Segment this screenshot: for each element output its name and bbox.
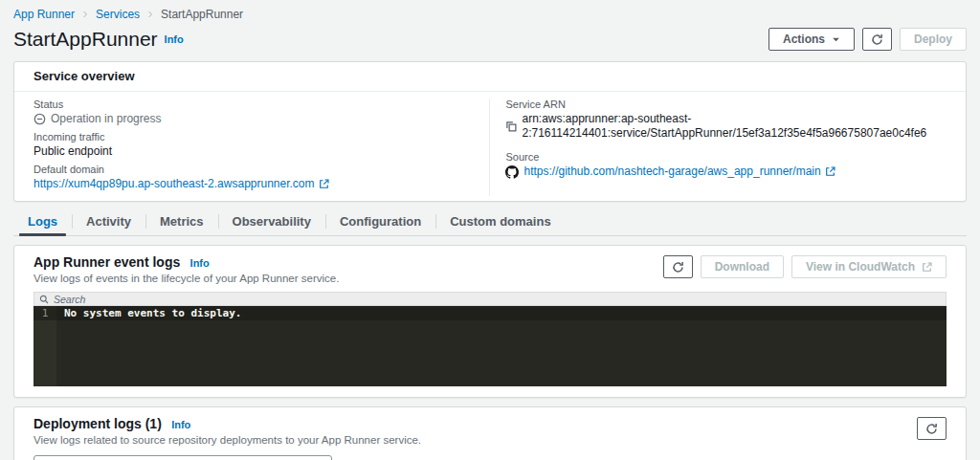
service-overview-panel: Service overview Status Operation in pro…	[13, 61, 967, 202]
refresh-icon	[871, 33, 883, 46]
github-icon	[505, 165, 519, 179]
page-title: StartAppRunner	[13, 28, 158, 51]
event-logs-info-link[interactable]: Info	[190, 257, 210, 269]
caret-down-icon	[832, 35, 840, 44]
in-progress-icon	[33, 113, 46, 125]
external-link-icon	[825, 166, 835, 177]
incoming-traffic-label: Incoming traffic	[33, 131, 489, 143]
source-repository-link[interactable]: https://github.com/nashtech-garage/aws_a…	[523, 164, 835, 179]
deployment-logs-panel: Deployment logs (1) Info View logs relat…	[13, 406, 967, 460]
deployment-logs-title: Deployment logs (1)	[33, 416, 162, 431]
app-runner-service-page: App Runner Services StartAppRunner Start…	[0, 0, 980, 460]
service-overview-body: Status Operation in progress Incoming tr…	[14, 92, 966, 201]
tab-custom-domains[interactable]: Custom domains	[435, 209, 565, 235]
refresh-button[interactable]	[862, 28, 892, 51]
event-logs-title: App Runner event logs	[33, 254, 180, 270]
incoming-traffic-value: Public endpoint	[33, 144, 112, 159]
filter-operations-box	[33, 455, 332, 460]
status-label: Status	[33, 99, 489, 111]
log-search-bar	[33, 292, 947, 306]
incoming-traffic-field: Incoming traffic Public endpoint	[33, 131, 489, 159]
service-arn-field: Service ARN arn:aws:apprunner:ap-southea…	[505, 99, 947, 141]
download-button[interactable]: Download	[701, 255, 784, 278]
deployment-logs-info-link[interactable]: Info	[171, 419, 190, 430]
breadcrumb-app-runner[interactable]: App Runner	[13, 8, 75, 21]
default-domain-label: Default domain	[33, 164, 489, 176]
event-logs-description: View logs of events in the lifecycle of …	[33, 273, 339, 285]
log-search-input[interactable]	[54, 293, 941, 305]
page-header: StartAppRunner Info Actions Deploy	[13, 26, 967, 53]
service-tabs: Logs Activity Metrics Observability Conf…	[13, 209, 967, 236]
default-domain-url: https://xum4qp89pu.ap-southeast-2.awsapp…	[33, 177, 315, 191]
page-title-info-link[interactable]: Info	[165, 33, 184, 45]
editor-active-line: 1 No system events to display.	[33, 306, 947, 320]
download-button-label: Download	[715, 260, 769, 274]
deployment-logs-refresh-button[interactable]	[917, 417, 947, 440]
editor-message: No system events to display.	[56, 306, 241, 320]
line-number: 1	[33, 306, 56, 320]
external-link-icon	[922, 262, 932, 273]
actions-button[interactable]: Actions	[768, 28, 855, 51]
external-link-icon	[319, 179, 329, 189]
source-repository-url: https://github.com/nashtech-garage/aws_a…	[523, 164, 820, 179]
copy-icon[interactable]	[505, 120, 517, 132]
source-field: Source https://github.com/nashtech-garag…	[505, 151, 947, 179]
deploy-button[interactable]: Deploy	[900, 28, 967, 51]
service-overview-left-column: Status Operation in progress Incoming tr…	[33, 99, 489, 196]
tab-configuration[interactable]: Configuration	[325, 209, 435, 235]
breadcrumb-services[interactable]: Services	[96, 8, 140, 21]
service-overview-title: Service overview	[14, 62, 966, 92]
deployment-logs-toolbar: 1	[14, 449, 966, 460]
event-logs-refresh-button[interactable]	[663, 255, 693, 278]
deployment-logs-header: Deployment logs (1) Info View logs relat…	[33, 416, 421, 447]
tab-observability[interactable]: Observability	[218, 209, 325, 235]
refresh-icon	[672, 261, 684, 274]
tab-metrics[interactable]: Metrics	[145, 209, 218, 235]
service-overview-right-column: Service ARN arn:aws:apprunner:ap-southea…	[490, 99, 947, 196]
chevron-right-icon	[81, 11, 89, 18]
chevron-right-icon	[146, 11, 154, 18]
status-value: Operation in progress	[51, 112, 161, 126]
event-log-editor[interactable]: 1 No system events to display.	[33, 306, 947, 386]
deployment-logs-description: View logs related to source repository d…	[33, 434, 421, 447]
event-logs-panel: App Runner event logs Info View logs of …	[13, 245, 967, 398]
cloudwatch-button-label: View in CloudWatch	[806, 260, 915, 274]
view-in-cloudwatch-button[interactable]: View in CloudWatch	[791, 255, 947, 278]
refresh-icon	[925, 423, 938, 435]
service-arn-label: Service ARN	[505, 99, 947, 111]
event-logs-header: App Runner event logs Info View logs of …	[33, 254, 339, 285]
search-icon	[39, 295, 49, 304]
default-domain-field: Default domain https://xum4qp89pu.ap-sou…	[33, 164, 489, 191]
actions-button-label: Actions	[783, 33, 825, 46]
header-actions: Actions Deploy	[768, 28, 967, 51]
event-logs-actions: Download View in CloudWatch	[663, 254, 947, 278]
service-arn-value: arn:aws:apprunner:ap-southeast-2:7161142…	[522, 112, 947, 141]
breadcrumb: App Runner Services StartAppRunner	[13, 8, 967, 21]
tab-activity[interactable]: Activity	[72, 209, 145, 235]
breadcrumb-current: StartAppRunner	[161, 8, 243, 21]
status-field: Status Operation in progress	[33, 99, 489, 126]
source-label: Source	[505, 151, 947, 164]
deploy-button-label: Deploy	[914, 33, 952, 46]
default-domain-link[interactable]: https://xum4qp89pu.ap-southeast-2.awsapp…	[33, 177, 329, 191]
tab-logs[interactable]: Logs	[13, 209, 72, 235]
